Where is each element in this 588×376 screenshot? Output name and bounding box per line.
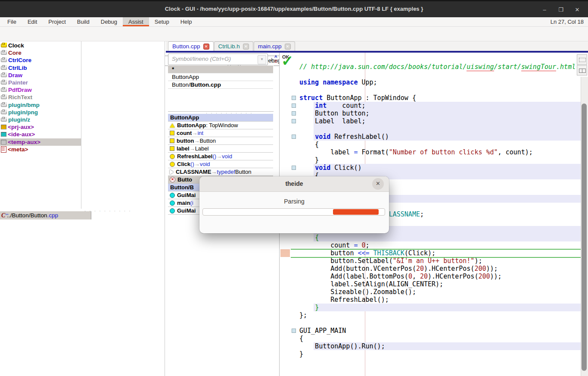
lego-icon bbox=[1, 95, 7, 99]
ci-y-icon bbox=[170, 154, 175, 159]
package-item[interactable]: CtrlCore bbox=[0, 56, 81, 64]
package-item[interactable]: CtrlLib bbox=[0, 64, 81, 72]
assist-group-header[interactable]: ButtonApp bbox=[168, 114, 273, 122]
minimize-button[interactable]: – bbox=[539, 5, 550, 15]
file-list-item[interactable]: ButtonApp bbox=[168, 73, 273, 81]
code-line: using namespace Upp; bbox=[299, 78, 377, 86]
package-label: <ide-aux> bbox=[8, 131, 35, 138]
assist-symbol-item[interactable]: label → Label bbox=[168, 145, 273, 153]
symbol-file-list: *ButtonAppButton/Button.cpp bbox=[168, 66, 274, 112]
tab-ctrllib-h[interactable]: CtrlLib.h✕ bbox=[214, 41, 253, 51]
progress-dialog: theide ✕ Parsing bbox=[199, 176, 389, 233]
menu-item-help[interactable]: Help bbox=[175, 17, 198, 26]
navigator-mark-icon bbox=[292, 135, 296, 139]
split-vertical-button[interactable] bbox=[577, 65, 587, 75]
assist-symbol-item[interactable]: count → int bbox=[168, 129, 273, 137]
ci-c-icon bbox=[170, 193, 175, 198]
code-line: { bbox=[299, 335, 303, 342]
tab-close-icon[interactable]: ✕ bbox=[285, 44, 291, 50]
package-item[interactable]: Core bbox=[0, 49, 81, 56]
sq-y-icon bbox=[170, 131, 174, 135]
assist-symbol-item[interactable]: button → Button bbox=[168, 137, 273, 145]
edited-line-marker bbox=[280, 249, 290, 257]
parse-ok-indicator: ✓ OK bbox=[280, 53, 299, 72]
package-pane: ClockCoreCtrlCoreCtrlLibDrawPainterPdfDr… bbox=[0, 41, 165, 376]
package-item[interactable]: PdfDraw bbox=[0, 86, 81, 94]
menu-item-project[interactable]: Project bbox=[43, 17, 71, 26]
lego-yellow-icon bbox=[1, 44, 7, 47]
code-line: } bbox=[299, 304, 319, 311]
code-line: struct ButtonApp : TopWindow { bbox=[299, 94, 416, 102]
code-line: int count; bbox=[299, 102, 366, 110]
package-item[interactable]: <meta> bbox=[0, 146, 81, 153]
code-line: void Click() bbox=[299, 164, 362, 172]
menu-item-assist[interactable]: Assist bbox=[123, 17, 149, 26]
package-item[interactable]: <prj-aux> bbox=[0, 123, 81, 131]
tab-label: main.cpp bbox=[258, 43, 282, 50]
code-line: { bbox=[299, 234, 319, 241]
assist-symbol-item[interactable]: CLASSNAME → typedef Button bbox=[168, 168, 273, 176]
tri-y-icon bbox=[170, 123, 175, 128]
package-label: <temp-aux> bbox=[8, 139, 40, 145]
scope-highlight-band bbox=[314, 234, 581, 241]
dialog-close-button[interactable]: ✕ bbox=[372, 178, 384, 190]
code-line: button <<= THISBACK(Click); bbox=[299, 249, 436, 257]
code-line: ButtonApp().Run(); bbox=[299, 342, 385, 350]
package-item[interactable]: plugin/bmp bbox=[0, 101, 81, 109]
menu-item-build[interactable]: Build bbox=[72, 17, 95, 26]
ci-c-icon bbox=[170, 201, 175, 206]
package-label: plugin/bmp bbox=[8, 102, 40, 108]
lego-icon bbox=[1, 88, 7, 92]
split-horizontal-button[interactable] bbox=[577, 54, 587, 65]
maximize-button[interactable]: ❒ bbox=[555, 5, 566, 15]
cursor-position-status: Ln 27, Col 18 bbox=[551, 19, 584, 25]
symbol-search-input[interactable]: Symbol/lineno (Ctrl+G) ▼ bbox=[168, 53, 268, 65]
left-splitter-handle[interactable]: · · · · · · · · · · · · bbox=[84, 209, 136, 217]
file-list-item[interactable]: Button/Button.cpp bbox=[168, 81, 273, 89]
assist-symbol-item[interactable]: RefreshLabel() → void bbox=[168, 153, 273, 160]
package-item[interactable]: Draw bbox=[0, 72, 81, 79]
package-item[interactable]: <ide-aux> bbox=[0, 131, 81, 138]
package-item[interactable]: Painter bbox=[0, 79, 81, 86]
package-item[interactable]: <temp-aux> bbox=[0, 138, 81, 146]
code-line: // http://java.sun.com/docs/books/tutori… bbox=[299, 63, 576, 71]
tab-button-cpp[interactable]: Button.cpp✕ bbox=[168, 41, 214, 51]
sort-arrow-icon: ↓ bbox=[270, 56, 273, 62]
dialog-message: Parsing bbox=[199, 198, 389, 205]
sort-az-button[interactable]: ↓ AZ bbox=[270, 54, 279, 65]
lego-icon bbox=[1, 51, 7, 55]
assist-symbol-item[interactable]: Click() → void bbox=[168, 160, 273, 168]
close-button[interactable]: ✕ bbox=[572, 5, 583, 15]
menu-item-file[interactable]: File bbox=[2, 17, 22, 26]
tab-main-cpp[interactable]: main.cpp✕ bbox=[254, 41, 295, 51]
dialog-titlebar[interactable]: theide ✕ bbox=[199, 176, 389, 192]
tab-close-icon[interactable]: ✕ bbox=[243, 44, 249, 50]
package-label: <prj-aux> bbox=[8, 124, 34, 130]
code-line: Add(button.VCenterPos(20).HCenterPos(200… bbox=[299, 265, 498, 273]
editor-scrollbar-thumb[interactable] bbox=[582, 103, 587, 371]
meta-icon bbox=[1, 146, 6, 153]
grid-gray-icon bbox=[1, 140, 6, 144]
package-item[interactable]: plugin/z bbox=[0, 116, 81, 123]
theide-window: Clock - GUI - /home/yyc/upp-posix-16847/… bbox=[0, 0, 588, 376]
code-line: label = Format("Number of button clicks … bbox=[299, 148, 533, 156]
package-label: <meta> bbox=[8, 146, 28, 153]
package-label: plugin/z bbox=[8, 116, 30, 123]
progress-bar-value bbox=[333, 209, 379, 215]
chevron-down-icon[interactable]: ▼ bbox=[258, 55, 266, 64]
navigator-mark-icon bbox=[292, 166, 296, 170]
code-line: button.SetLabel("&I'm an U++ button!"); bbox=[299, 257, 482, 265]
sq-y-icon bbox=[170, 146, 174, 151]
tab-close-icon[interactable]: ✕ bbox=[203, 44, 209, 50]
assist-symbol-item[interactable]: ButtonApp : TopWindow bbox=[168, 122, 273, 129]
menu-item-debug[interactable]: Debug bbox=[95, 17, 123, 26]
package-item[interactable]: Clock bbox=[0, 42, 81, 49]
package-file-item[interactable]: C++ ../Button/Button.cpp bbox=[0, 211, 91, 219]
package-item[interactable]: RichText bbox=[0, 94, 81, 101]
package-label: Clock bbox=[8, 42, 24, 49]
file-list-item[interactable]: * bbox=[168, 66, 273, 73]
package-item[interactable]: plugin/png bbox=[0, 109, 81, 116]
menu-item-edit[interactable]: Edit bbox=[22, 17, 43, 26]
menu-item-setup[interactable]: Setup bbox=[149, 17, 175, 26]
package-label: Core bbox=[8, 50, 22, 56]
